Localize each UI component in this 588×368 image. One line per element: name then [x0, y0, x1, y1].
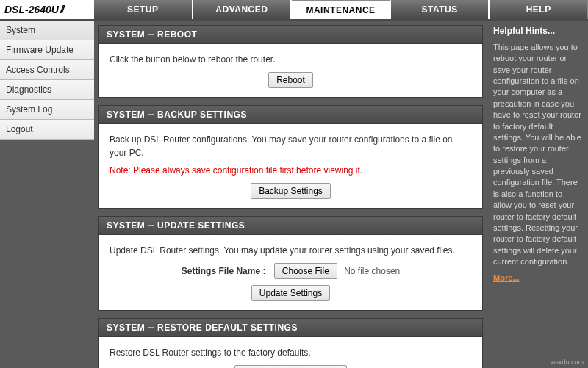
- file-status-text: No file chosen: [344, 266, 400, 276]
- tab-advanced[interactable]: ADVANCED: [193, 0, 293, 19]
- main-content: SYSTEM -- REBOOT Click the button below …: [94, 21, 487, 368]
- tab-setup[interactable]: SETUP: [94, 0, 193, 19]
- panel-reboot: SYSTEM -- REBOOT Click the button below …: [98, 25, 483, 98]
- tab-status[interactable]: STATUS: [391, 0, 490, 19]
- sidebar: System Firmware Update Access Controls D…: [0, 21, 94, 368]
- panel-update: SYSTEM -- UPDATE SETTINGS Update DSL Rou…: [98, 216, 483, 311]
- reboot-button[interactable]: Reboot: [268, 72, 313, 88]
- watermark: wsxdn.com: [551, 358, 584, 366]
- update-settings-button[interactable]: Update Settings: [251, 285, 330, 301]
- hints-title: Helpful Hints...: [493, 25, 582, 37]
- sidebar-item-logout[interactable]: Logout: [0, 120, 94, 140]
- panel-restore-title: SYSTEM -- RESTORE DEFAULT SETTINGS: [99, 319, 482, 337]
- panel-backup-note: Note: Please always save configuration f…: [110, 164, 472, 177]
- sidebar-item-system[interactable]: System: [0, 21, 94, 40]
- settings-file-label: Settings File Name :: [182, 266, 266, 276]
- product-logo: DSL-2640U//: [0, 0, 94, 19]
- product-model: DSL-2640U: [4, 4, 59, 15]
- panel-backup: SYSTEM -- BACKUP SETTINGS Back up DSL Ro…: [98, 105, 483, 209]
- sidebar-item-access-controls[interactable]: Access Controls: [0, 60, 94, 80]
- panel-update-title: SYSTEM -- UPDATE SETTINGS: [99, 217, 482, 235]
- panel-reboot-title: SYSTEM -- REBOOT: [99, 26, 482, 44]
- tab-help[interactable]: HELP: [490, 0, 588, 19]
- top-tabs: SETUP ADVANCED MAINTENANCE STATUS HELP: [94, 0, 588, 19]
- panel-restore: SYSTEM -- RESTORE DEFAULT SETTINGS Resto…: [98, 318, 483, 368]
- restore-default-button[interactable]: Restore Default Settings: [234, 365, 346, 368]
- sidebar-item-diagnostics[interactable]: Diagnostics: [0, 80, 94, 100]
- hints-more-link[interactable]: More...: [493, 273, 519, 282]
- logo-slashes: //: [60, 4, 63, 15]
- panel-update-text: Update DSL Router settings. You may upda…: [110, 244, 472, 257]
- sidebar-item-firmware-update[interactable]: Firmware Update: [0, 40, 94, 60]
- sidebar-item-system-log[interactable]: System Log: [0, 100, 94, 120]
- panel-reboot-text: Click the button below to reboot the rou…: [110, 53, 472, 66]
- hints-body: This page allows you to reboot your rout…: [493, 42, 582, 268]
- panel-backup-text: Back up DSL Router configurations. You m…: [110, 133, 472, 159]
- choose-file-button[interactable]: Choose File: [274, 263, 337, 279]
- helpful-hints-panel: Helpful Hints... This page allows you to…: [487, 21, 588, 368]
- panel-backup-title: SYSTEM -- BACKUP SETTINGS: [99, 106, 482, 124]
- panel-restore-text: Restore DSL Router settings to the facto…: [110, 346, 472, 359]
- backup-settings-button[interactable]: Backup Settings: [251, 183, 331, 199]
- tab-maintenance[interactable]: MAINTENANCE: [292, 0, 391, 19]
